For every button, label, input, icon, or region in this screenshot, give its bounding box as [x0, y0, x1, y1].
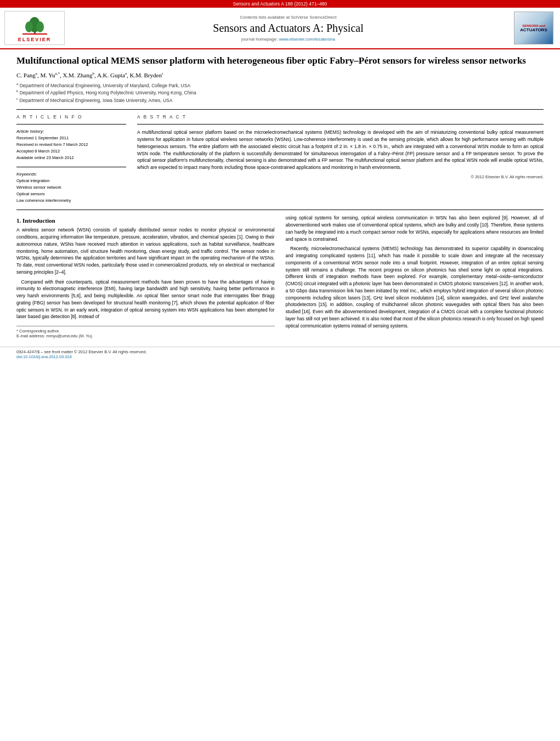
keywords-block: Keywords: Optical integration Wireless s… [16, 172, 126, 204]
intro-para-1: Compared with their counterparts, optica… [16, 279, 275, 321]
journal-header: ELSEVIER Contents lists available at Sci… [0, 8, 560, 49]
abstract-heading: A B S T R A C T [137, 114, 544, 120]
journal-citation: Sensors and Actuators A 188 (2012) 471–4… [233, 1, 327, 7]
email-label: E-mail address: [16, 333, 45, 338]
divider-body [16, 210, 544, 210]
right-para-0: using optical systems for sensing, optic… [286, 214, 544, 242]
email-line: E-mail address: mmyu@umd.edu (M. Yu). [16, 333, 275, 338]
body-right-col: using optical systems for sensing, optic… [286, 214, 544, 338]
history-item-1: Received in revised form 7 March 2012 [16, 142, 126, 148]
article-info-heading: A R T I C L E I N F O [16, 114, 126, 120]
journal-name: Sensors and Actuators A: Physical [70, 22, 506, 35]
article-content: Multifunctional optical MEMS sensor plat… [0, 49, 560, 344]
history-label: Article history: [16, 129, 126, 134]
journal-title-block: Contents lists available at SciVerse Sci… [70, 11, 506, 45]
divider-info [16, 124, 126, 125]
intro-body: A wireless sensor network (WSN) consists… [16, 227, 275, 320]
svg-point-3 [36, 21, 44, 32]
article-history: Article history: Received 1 September 20… [16, 129, 126, 161]
divider-kw [16, 167, 126, 167]
bottom-bar: 0924-4247/$ – see front matter © 2012 El… [0, 347, 560, 361]
elsevier-tree-icon [20, 14, 50, 36]
affiliations: a Department of Mechanical Engineering, … [16, 82, 544, 104]
divider-abstract [137, 124, 544, 125]
sciverse-line: Contents lists available at SciVerse Sci… [70, 15, 506, 20]
right-para-1: Recently, microelectromechanical systems… [286, 245, 544, 329]
article-info-abstract: A R T I C L E I N F O Article history: R… [16, 114, 544, 204]
body-left-col: 1. Introduction A wireless sensor networ… [16, 214, 275, 338]
authors: C. Panga, M. Yua,*, X.M. Zhangb, A.K. Gu… [16, 71, 544, 78]
abstract-col: A B S T R A C T A multifunctional optica… [137, 114, 544, 204]
issn-line: 0924-4247/$ – see front matter © 2012 El… [16, 349, 146, 354]
elsevier-logo: ELSEVIER [4, 11, 65, 45]
keyword-2: Optical sensors [16, 191, 126, 197]
affil-a: Department of Mechanical Engineering, Un… [20, 83, 190, 88]
affil-c: Department of Mechanical Engineering, Io… [19, 98, 172, 103]
top-bar: Sensors and Actuators A 188 (2012) 471–4… [0, 0, 560, 8]
article-title: Multifunctional optical MEMS sensor plat… [16, 55, 544, 67]
svg-rect-4 [22, 33, 47, 35]
cover-image: SENSORS and ACTUATORS [514, 12, 553, 44]
history-item-0: Received 1 September 2011 [16, 135, 126, 142]
history-item-2: Accepted 8 March 2012 [16, 148, 126, 155]
cover-text2: ACTUATORS [520, 27, 547, 32]
divider-1 [16, 109, 544, 110]
keyword-1: Wireless sensor network [16, 184, 126, 191]
homepage-link[interactable]: www.elsevier.com/locate/sna [279, 37, 335, 42]
abstract-text: A multifunctional optical sensor platfor… [137, 129, 544, 171]
corresponding-author: * Corresponding author. [16, 329, 275, 333]
body-two-col: 1. Introduction A wireless sensor networ… [16, 214, 544, 338]
elsevier-text: ELSEVIER [18, 37, 52, 42]
svg-point-2 [25, 21, 33, 32]
footnote-area: * Corresponding author. E-mail address: … [16, 326, 275, 338]
article-info-col: A R T I C L E I N F O Article history: R… [16, 114, 126, 204]
intro-para-0: A wireless sensor network (WSN) consists… [16, 227, 275, 275]
history-item-3: Available online 23 March 2012 [16, 155, 126, 161]
journal-homepage: journal homepage: www.elsevier.com/locat… [70, 37, 506, 42]
doi-link[interactable]: doi:10.1016/j.sna.2012.03.016 [16, 354, 72, 359]
affil-b: Department of Applied Physics, Hong Kong… [20, 90, 196, 95]
keyword-0: Optical integration [16, 178, 126, 184]
email-value: mmyu@umd.edu (M. Yu). [46, 333, 93, 338]
keywords-label: Keywords: [16, 172, 126, 177]
intro-heading: 1. Introduction [16, 217, 275, 224]
copyright: © 2012 Elsevier B.V. All rights reserved… [137, 174, 544, 179]
keyword-3: Low coherence interferometry [16, 197, 126, 204]
journal-cover: SENSORS and ACTUATORS [512, 11, 556, 45]
right-body-text: using optical systems for sensing, optic… [286, 214, 544, 329]
